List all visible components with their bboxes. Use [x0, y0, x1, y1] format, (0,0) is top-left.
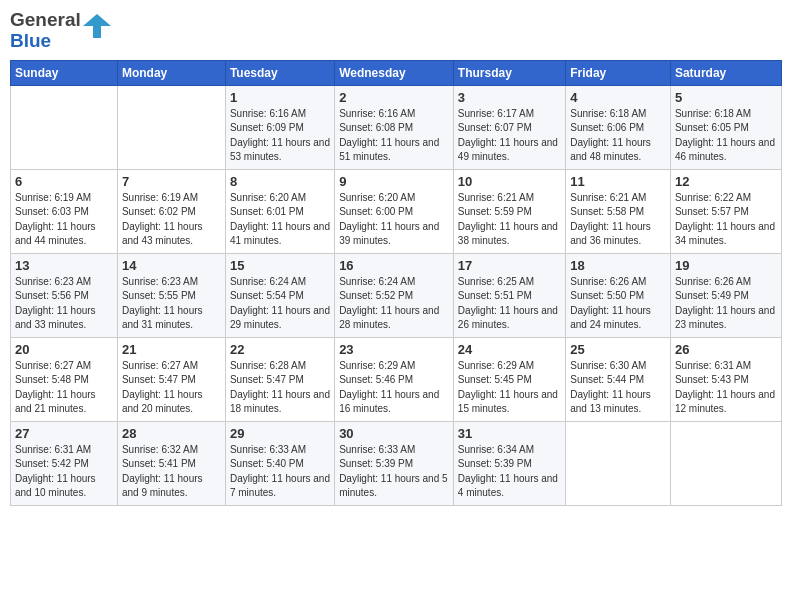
day-info: Sunrise: 6:20 AMSunset: 6:01 PMDaylight:…: [230, 191, 330, 249]
calendar-cell: 17Sunrise: 6:25 AMSunset: 5:51 PMDayligh…: [453, 253, 565, 337]
day-info: Sunrise: 6:25 AMSunset: 5:51 PMDaylight:…: [458, 275, 561, 333]
day-number: 22: [230, 342, 330, 357]
day-info: Sunrise: 6:17 AMSunset: 6:07 PMDaylight:…: [458, 107, 561, 165]
calendar-cell: 24Sunrise: 6:29 AMSunset: 5:45 PMDayligh…: [453, 337, 565, 421]
calendar-cell: 13Sunrise: 6:23 AMSunset: 5:56 PMDayligh…: [11, 253, 118, 337]
day-number: 4: [570, 90, 666, 105]
weekday-header-thursday: Thursday: [453, 60, 565, 85]
logo-general-text: General: [10, 10, 81, 31]
calendar-cell: 15Sunrise: 6:24 AMSunset: 5:54 PMDayligh…: [225, 253, 334, 337]
day-info: Sunrise: 6:23 AMSunset: 5:56 PMDaylight:…: [15, 275, 113, 333]
calendar-cell: 10Sunrise: 6:21 AMSunset: 5:59 PMDayligh…: [453, 169, 565, 253]
day-number: 10: [458, 174, 561, 189]
calendar-cell: 8Sunrise: 6:20 AMSunset: 6:01 PMDaylight…: [225, 169, 334, 253]
calendar-cell: 21Sunrise: 6:27 AMSunset: 5:47 PMDayligh…: [117, 337, 225, 421]
calendar-cell: 20Sunrise: 6:27 AMSunset: 5:48 PMDayligh…: [11, 337, 118, 421]
day-number: 25: [570, 342, 666, 357]
day-number: 8: [230, 174, 330, 189]
day-number: 6: [15, 174, 113, 189]
day-number: 27: [15, 426, 113, 441]
day-info: Sunrise: 6:16 AMSunset: 6:09 PMDaylight:…: [230, 107, 330, 165]
day-info: Sunrise: 6:19 AMSunset: 6:03 PMDaylight:…: [15, 191, 113, 249]
weekday-header-friday: Friday: [566, 60, 671, 85]
day-info: Sunrise: 6:29 AMSunset: 5:46 PMDaylight:…: [339, 359, 449, 417]
logo-lockup: General Blue: [10, 10, 111, 52]
day-number: 1: [230, 90, 330, 105]
day-info: Sunrise: 6:28 AMSunset: 5:47 PMDaylight:…: [230, 359, 330, 417]
day-info: Sunrise: 6:18 AMSunset: 6:06 PMDaylight:…: [570, 107, 666, 165]
day-number: 13: [15, 258, 113, 273]
calendar-cell: [117, 85, 225, 169]
day-info: Sunrise: 6:22 AMSunset: 5:57 PMDaylight:…: [675, 191, 777, 249]
day-info: Sunrise: 6:31 AMSunset: 5:43 PMDaylight:…: [675, 359, 777, 417]
day-number: 26: [675, 342, 777, 357]
day-info: Sunrise: 6:19 AMSunset: 6:02 PMDaylight:…: [122, 191, 221, 249]
calendar-cell: 2Sunrise: 6:16 AMSunset: 6:08 PMDaylight…: [335, 85, 454, 169]
day-info: Sunrise: 6:34 AMSunset: 5:39 PMDaylight:…: [458, 443, 561, 501]
week-row-5: 27Sunrise: 6:31 AMSunset: 5:42 PMDayligh…: [11, 421, 782, 505]
calendar-cell: 16Sunrise: 6:24 AMSunset: 5:52 PMDayligh…: [335, 253, 454, 337]
calendar-cell: 1Sunrise: 6:16 AMSunset: 6:09 PMDaylight…: [225, 85, 334, 169]
weekday-header-wednesday: Wednesday: [335, 60, 454, 85]
day-number: 24: [458, 342, 561, 357]
calendar-cell: 22Sunrise: 6:28 AMSunset: 5:47 PMDayligh…: [225, 337, 334, 421]
day-number: 3: [458, 90, 561, 105]
day-number: 5: [675, 90, 777, 105]
day-number: 30: [339, 426, 449, 441]
day-number: 9: [339, 174, 449, 189]
day-number: 17: [458, 258, 561, 273]
calendar-cell: 12Sunrise: 6:22 AMSunset: 5:57 PMDayligh…: [670, 169, 781, 253]
weekday-header-sunday: Sunday: [11, 60, 118, 85]
day-number: 11: [570, 174, 666, 189]
day-number: 20: [15, 342, 113, 357]
calendar-cell: 19Sunrise: 6:26 AMSunset: 5:49 PMDayligh…: [670, 253, 781, 337]
day-number: 18: [570, 258, 666, 273]
week-row-4: 20Sunrise: 6:27 AMSunset: 5:48 PMDayligh…: [11, 337, 782, 421]
day-number: 12: [675, 174, 777, 189]
day-info: Sunrise: 6:26 AMSunset: 5:50 PMDaylight:…: [570, 275, 666, 333]
day-number: 2: [339, 90, 449, 105]
calendar-cell: 25Sunrise: 6:30 AMSunset: 5:44 PMDayligh…: [566, 337, 671, 421]
week-row-2: 6Sunrise: 6:19 AMSunset: 6:03 PMDaylight…: [11, 169, 782, 253]
day-info: Sunrise: 6:20 AMSunset: 6:00 PMDaylight:…: [339, 191, 449, 249]
day-info: Sunrise: 6:16 AMSunset: 6:08 PMDaylight:…: [339, 107, 449, 165]
page-header: General Blue: [10, 10, 782, 52]
day-info: Sunrise: 6:24 AMSunset: 5:54 PMDaylight:…: [230, 275, 330, 333]
day-info: Sunrise: 6:30 AMSunset: 5:44 PMDaylight:…: [570, 359, 666, 417]
day-number: 23: [339, 342, 449, 357]
calendar-cell: [670, 421, 781, 505]
week-row-3: 13Sunrise: 6:23 AMSunset: 5:56 PMDayligh…: [11, 253, 782, 337]
calendar-cell: 9Sunrise: 6:20 AMSunset: 6:00 PMDaylight…: [335, 169, 454, 253]
day-number: 14: [122, 258, 221, 273]
day-info: Sunrise: 6:27 AMSunset: 5:48 PMDaylight:…: [15, 359, 113, 417]
weekday-header-tuesday: Tuesday: [225, 60, 334, 85]
calendar-cell: 23Sunrise: 6:29 AMSunset: 5:46 PMDayligh…: [335, 337, 454, 421]
day-info: Sunrise: 6:29 AMSunset: 5:45 PMDaylight:…: [458, 359, 561, 417]
calendar-cell: 5Sunrise: 6:18 AMSunset: 6:05 PMDaylight…: [670, 85, 781, 169]
calendar-cell: 6Sunrise: 6:19 AMSunset: 6:03 PMDaylight…: [11, 169, 118, 253]
calendar-table: SundayMondayTuesdayWednesdayThursdayFrid…: [10, 60, 782, 506]
weekday-header-row: SundayMondayTuesdayWednesdayThursdayFrid…: [11, 60, 782, 85]
calendar-cell: 30Sunrise: 6:33 AMSunset: 5:39 PMDayligh…: [335, 421, 454, 505]
day-info: Sunrise: 6:33 AMSunset: 5:40 PMDaylight:…: [230, 443, 330, 501]
calendar-cell: 14Sunrise: 6:23 AMSunset: 5:55 PMDayligh…: [117, 253, 225, 337]
day-number: 19: [675, 258, 777, 273]
weekday-header-saturday: Saturday: [670, 60, 781, 85]
calendar-cell: 11Sunrise: 6:21 AMSunset: 5:58 PMDayligh…: [566, 169, 671, 253]
logo-arrow-icon: [83, 12, 111, 40]
day-number: 28: [122, 426, 221, 441]
calendar-cell: 28Sunrise: 6:32 AMSunset: 5:41 PMDayligh…: [117, 421, 225, 505]
day-info: Sunrise: 6:32 AMSunset: 5:41 PMDaylight:…: [122, 443, 221, 501]
calendar-cell: 18Sunrise: 6:26 AMSunset: 5:50 PMDayligh…: [566, 253, 671, 337]
svg-marker-0: [83, 14, 111, 38]
day-number: 31: [458, 426, 561, 441]
day-info: Sunrise: 6:24 AMSunset: 5:52 PMDaylight:…: [339, 275, 449, 333]
day-info: Sunrise: 6:18 AMSunset: 6:05 PMDaylight:…: [675, 107, 777, 165]
calendar-cell: [11, 85, 118, 169]
logo: General Blue: [10, 10, 111, 52]
day-number: 16: [339, 258, 449, 273]
day-info: Sunrise: 6:23 AMSunset: 5:55 PMDaylight:…: [122, 275, 221, 333]
day-number: 15: [230, 258, 330, 273]
calendar-cell: 26Sunrise: 6:31 AMSunset: 5:43 PMDayligh…: [670, 337, 781, 421]
weekday-header-monday: Monday: [117, 60, 225, 85]
